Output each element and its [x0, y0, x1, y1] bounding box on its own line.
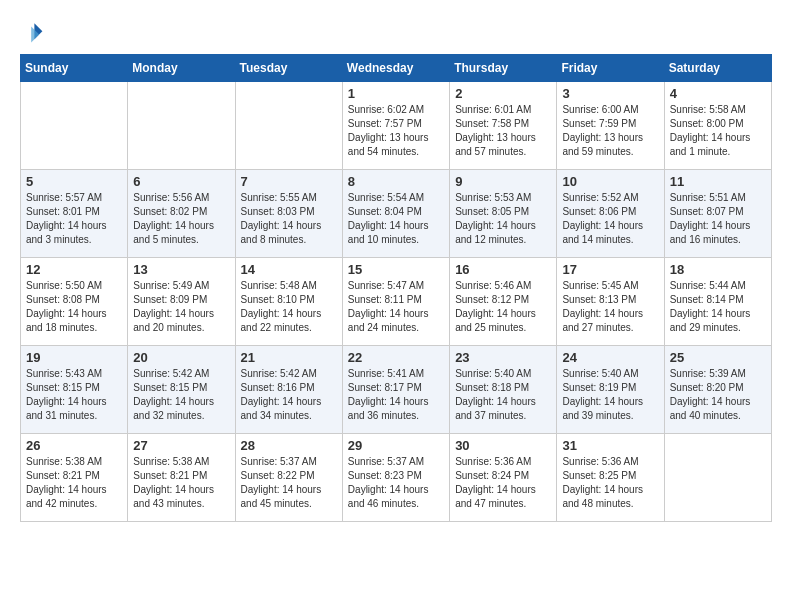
day-cell-7: 7Sunrise: 5:55 AMSunset: 8:03 PMDaylight… — [235, 170, 342, 258]
week-row-2: 5Sunrise: 5:57 AMSunset: 8:01 PMDaylight… — [21, 170, 772, 258]
day-cell-12: 12Sunrise: 5:50 AMSunset: 8:08 PMDayligh… — [21, 258, 128, 346]
day-cell-23: 23Sunrise: 5:40 AMSunset: 8:18 PMDayligh… — [450, 346, 557, 434]
page-container: SundayMondayTuesdayWednesdayThursdayFrid… — [20, 20, 772, 522]
day-number: 14 — [241, 262, 337, 277]
day-number: 9 — [455, 174, 551, 189]
day-number: 24 — [562, 350, 658, 365]
day-info: Sunrise: 5:38 AMSunset: 8:21 PMDaylight:… — [26, 455, 122, 511]
day-number: 8 — [348, 174, 444, 189]
header-cell-sunday: Sunday — [21, 55, 128, 82]
day-cell-16: 16Sunrise: 5:46 AMSunset: 8:12 PMDayligh… — [450, 258, 557, 346]
day-cell-30: 30Sunrise: 5:36 AMSunset: 8:24 PMDayligh… — [450, 434, 557, 522]
day-number: 23 — [455, 350, 551, 365]
day-number: 21 — [241, 350, 337, 365]
day-number: 10 — [562, 174, 658, 189]
day-number: 26 — [26, 438, 122, 453]
day-number: 29 — [348, 438, 444, 453]
day-number: 12 — [26, 262, 122, 277]
day-info: Sunrise: 5:47 AMSunset: 8:11 PMDaylight:… — [348, 279, 444, 335]
day-number: 2 — [455, 86, 551, 101]
day-cell-2: 2Sunrise: 6:01 AMSunset: 7:58 PMDaylight… — [450, 82, 557, 170]
day-info: Sunrise: 5:41 AMSunset: 8:17 PMDaylight:… — [348, 367, 444, 423]
day-number: 20 — [133, 350, 229, 365]
day-info: Sunrise: 5:52 AMSunset: 8:06 PMDaylight:… — [562, 191, 658, 247]
day-info: Sunrise: 5:56 AMSunset: 8:02 PMDaylight:… — [133, 191, 229, 247]
day-info: Sunrise: 5:53 AMSunset: 8:05 PMDaylight:… — [455, 191, 551, 247]
header-cell-thursday: Thursday — [450, 55, 557, 82]
day-number: 17 — [562, 262, 658, 277]
day-info: Sunrise: 5:43 AMSunset: 8:15 PMDaylight:… — [26, 367, 122, 423]
week-row-5: 26Sunrise: 5:38 AMSunset: 8:21 PMDayligh… — [21, 434, 772, 522]
day-info: Sunrise: 6:02 AMSunset: 7:57 PMDaylight:… — [348, 103, 444, 159]
day-number: 19 — [26, 350, 122, 365]
day-cell-15: 15Sunrise: 5:47 AMSunset: 8:11 PMDayligh… — [342, 258, 449, 346]
header-cell-monday: Monday — [128, 55, 235, 82]
day-info: Sunrise: 6:00 AMSunset: 7:59 PMDaylight:… — [562, 103, 658, 159]
day-info: Sunrise: 5:42 AMSunset: 8:16 PMDaylight:… — [241, 367, 337, 423]
day-cell-17: 17Sunrise: 5:45 AMSunset: 8:13 PMDayligh… — [557, 258, 664, 346]
day-number: 25 — [670, 350, 766, 365]
day-cell-4: 4Sunrise: 5:58 AMSunset: 8:00 PMDaylight… — [664, 82, 771, 170]
day-cell-9: 9Sunrise: 5:53 AMSunset: 8:05 PMDaylight… — [450, 170, 557, 258]
day-cell-20: 20Sunrise: 5:42 AMSunset: 8:15 PMDayligh… — [128, 346, 235, 434]
day-cell-29: 29Sunrise: 5:37 AMSunset: 8:23 PMDayligh… — [342, 434, 449, 522]
day-number: 3 — [562, 86, 658, 101]
day-cell-25: 25Sunrise: 5:39 AMSunset: 8:20 PMDayligh… — [664, 346, 771, 434]
day-info: Sunrise: 5:45 AMSunset: 8:13 PMDaylight:… — [562, 279, 658, 335]
day-info: Sunrise: 5:58 AMSunset: 8:00 PMDaylight:… — [670, 103, 766, 159]
logo-icon — [20, 20, 44, 44]
day-number: 11 — [670, 174, 766, 189]
day-info: Sunrise: 5:57 AMSunset: 8:01 PMDaylight:… — [26, 191, 122, 247]
empty-cell — [21, 82, 128, 170]
day-cell-24: 24Sunrise: 5:40 AMSunset: 8:19 PMDayligh… — [557, 346, 664, 434]
day-cell-31: 31Sunrise: 5:36 AMSunset: 8:25 PMDayligh… — [557, 434, 664, 522]
empty-cell — [128, 82, 235, 170]
header-cell-saturday: Saturday — [664, 55, 771, 82]
day-info: Sunrise: 5:46 AMSunset: 8:12 PMDaylight:… — [455, 279, 551, 335]
header-row: SundayMondayTuesdayWednesdayThursdayFrid… — [21, 55, 772, 82]
day-number: 16 — [455, 262, 551, 277]
day-cell-8: 8Sunrise: 5:54 AMSunset: 8:04 PMDaylight… — [342, 170, 449, 258]
week-row-4: 19Sunrise: 5:43 AMSunset: 8:15 PMDayligh… — [21, 346, 772, 434]
day-cell-5: 5Sunrise: 5:57 AMSunset: 8:01 PMDaylight… — [21, 170, 128, 258]
day-cell-19: 19Sunrise: 5:43 AMSunset: 8:15 PMDayligh… — [21, 346, 128, 434]
calendar-body: 1Sunrise: 6:02 AMSunset: 7:57 PMDaylight… — [21, 82, 772, 522]
day-cell-21: 21Sunrise: 5:42 AMSunset: 8:16 PMDayligh… — [235, 346, 342, 434]
day-number: 6 — [133, 174, 229, 189]
day-info: Sunrise: 5:38 AMSunset: 8:21 PMDaylight:… — [133, 455, 229, 511]
day-info: Sunrise: 6:01 AMSunset: 7:58 PMDaylight:… — [455, 103, 551, 159]
day-number: 27 — [133, 438, 229, 453]
page-header — [20, 20, 772, 44]
logo — [20, 20, 48, 44]
day-cell-28: 28Sunrise: 5:37 AMSunset: 8:22 PMDayligh… — [235, 434, 342, 522]
day-info: Sunrise: 5:51 AMSunset: 8:07 PMDaylight:… — [670, 191, 766, 247]
day-info: Sunrise: 5:50 AMSunset: 8:08 PMDaylight:… — [26, 279, 122, 335]
day-info: Sunrise: 5:54 AMSunset: 8:04 PMDaylight:… — [348, 191, 444, 247]
day-number: 1 — [348, 86, 444, 101]
day-cell-14: 14Sunrise: 5:48 AMSunset: 8:10 PMDayligh… — [235, 258, 342, 346]
day-info: Sunrise: 5:44 AMSunset: 8:14 PMDaylight:… — [670, 279, 766, 335]
day-number: 13 — [133, 262, 229, 277]
day-cell-1: 1Sunrise: 6:02 AMSunset: 7:57 PMDaylight… — [342, 82, 449, 170]
day-info: Sunrise: 5:48 AMSunset: 8:10 PMDaylight:… — [241, 279, 337, 335]
day-info: Sunrise: 5:37 AMSunset: 8:22 PMDaylight:… — [241, 455, 337, 511]
day-number: 7 — [241, 174, 337, 189]
day-info: Sunrise: 5:55 AMSunset: 8:03 PMDaylight:… — [241, 191, 337, 247]
header-cell-friday: Friday — [557, 55, 664, 82]
calendar-header: SundayMondayTuesdayWednesdayThursdayFrid… — [21, 55, 772, 82]
day-info: Sunrise: 5:37 AMSunset: 8:23 PMDaylight:… — [348, 455, 444, 511]
day-cell-22: 22Sunrise: 5:41 AMSunset: 8:17 PMDayligh… — [342, 346, 449, 434]
day-cell-6: 6Sunrise: 5:56 AMSunset: 8:02 PMDaylight… — [128, 170, 235, 258]
day-cell-18: 18Sunrise: 5:44 AMSunset: 8:14 PMDayligh… — [664, 258, 771, 346]
day-number: 15 — [348, 262, 444, 277]
empty-cell — [235, 82, 342, 170]
week-row-1: 1Sunrise: 6:02 AMSunset: 7:57 PMDaylight… — [21, 82, 772, 170]
day-number: 22 — [348, 350, 444, 365]
day-cell-3: 3Sunrise: 6:00 AMSunset: 7:59 PMDaylight… — [557, 82, 664, 170]
day-info: Sunrise: 5:42 AMSunset: 8:15 PMDaylight:… — [133, 367, 229, 423]
day-info: Sunrise: 5:36 AMSunset: 8:24 PMDaylight:… — [455, 455, 551, 511]
header-cell-tuesday: Tuesday — [235, 55, 342, 82]
day-cell-10: 10Sunrise: 5:52 AMSunset: 8:06 PMDayligh… — [557, 170, 664, 258]
day-number: 30 — [455, 438, 551, 453]
calendar-table: SundayMondayTuesdayWednesdayThursdayFrid… — [20, 54, 772, 522]
